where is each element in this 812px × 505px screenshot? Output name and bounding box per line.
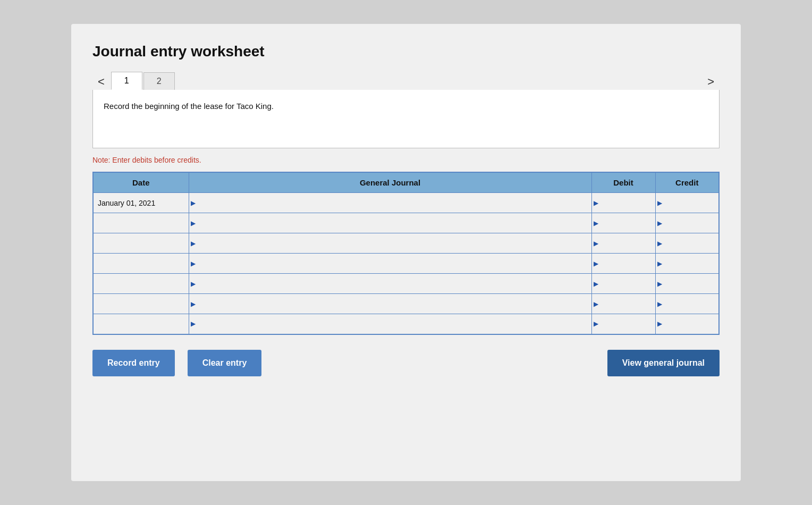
date-cell-1	[93, 213, 189, 233]
main-card: Journal entry worksheet < 1 2 > Record t…	[71, 24, 741, 481]
credit-arrow-icon-4: ▶	[657, 280, 662, 288]
journal-arrow-icon-5: ▶	[191, 300, 196, 308]
tab-nav-row: < 1 2 >	[92, 72, 720, 90]
debit-cell-0[interactable]: ▶	[591, 193, 655, 213]
journal-input-3[interactable]	[189, 254, 591, 273]
credit-arrow-icon-5: ▶	[657, 300, 662, 308]
journal-table: Date General Journal Debit Credit Januar…	[92, 172, 720, 335]
journal-cell-0[interactable]: ▶	[189, 193, 591, 213]
journal-input-0[interactable]	[189, 193, 591, 213]
header-debit: Debit	[591, 172, 655, 193]
credit-arrow-icon-3: ▶	[657, 260, 662, 267]
credit-input-3[interactable]	[656, 254, 719, 273]
journal-input-5[interactable]	[189, 294, 591, 314]
debit-arrow-icon-6: ▶	[594, 320, 598, 327]
debit-input-6[interactable]	[592, 314, 655, 334]
table-row: ▶▶▶	[93, 314, 719, 334]
credit-input-4[interactable]	[656, 274, 719, 293]
credit-input-0[interactable]	[656, 193, 719, 213]
journal-input-1[interactable]	[189, 213, 591, 233]
buttons-row: Record entry Clear entry View general jo…	[92, 350, 720, 376]
debit-arrow-icon-5: ▶	[594, 300, 598, 308]
date-cell-0: January 01, 2021	[93, 193, 189, 213]
credit-input-2[interactable]	[656, 233, 719, 253]
debit-cell-3[interactable]: ▶	[591, 254, 655, 274]
journal-arrow-icon-3: ▶	[191, 260, 196, 267]
credit-cell-6[interactable]: ▶	[655, 314, 719, 334]
credit-cell-2[interactable]: ▶	[655, 233, 719, 254]
credit-input-5[interactable]	[656, 294, 719, 314]
debit-arrow-icon-4: ▶	[594, 280, 598, 288]
header-date: Date	[93, 172, 189, 193]
journal-arrow-icon-2: ▶	[191, 240, 196, 247]
journal-input-2[interactable]	[189, 233, 591, 253]
credit-arrow-icon-6: ▶	[657, 320, 662, 327]
view-general-journal-button[interactable]: View general journal	[607, 350, 720, 376]
credit-cell-4[interactable]: ▶	[655, 274, 719, 294]
table-row: ▶▶▶	[93, 213, 719, 233]
debit-input-0[interactable]	[592, 193, 655, 213]
table-row: ▶▶▶	[93, 254, 719, 274]
journal-arrow-icon-6: ▶	[191, 320, 196, 327]
table-row: ▶▶▶	[93, 294, 719, 314]
page-title: Journal entry worksheet	[92, 43, 720, 60]
table-row: ▶▶▶	[93, 233, 719, 254]
credit-arrow-icon-1: ▶	[657, 220, 662, 227]
date-cell-5	[93, 294, 189, 314]
debit-input-3[interactable]	[592, 254, 655, 273]
debit-cell-6[interactable]: ▶	[591, 314, 655, 334]
table-row: January 01, 2021▶▶▶	[93, 193, 719, 213]
journal-arrow-icon-0: ▶	[191, 199, 196, 207]
header-credit: Credit	[655, 172, 719, 193]
credit-arrow-icon-0: ▶	[657, 199, 662, 207]
date-cell-3	[93, 254, 189, 274]
table-row: ▶▶▶	[93, 274, 719, 294]
credit-input-6[interactable]	[656, 314, 719, 334]
debit-input-2[interactable]	[592, 233, 655, 253]
debit-cell-4[interactable]: ▶	[591, 274, 655, 294]
next-arrow[interactable]: >	[702, 74, 720, 90]
debit-input-1[interactable]	[592, 213, 655, 233]
date-cell-4	[93, 274, 189, 294]
credit-cell-1[interactable]: ▶	[655, 213, 719, 233]
journal-input-4[interactable]	[189, 274, 591, 293]
journal-cell-5[interactable]: ▶	[189, 294, 591, 314]
journal-cell-2[interactable]: ▶	[189, 233, 591, 254]
instruction-text: Record the beginning of the lease for Ta…	[104, 102, 274, 111]
credit-cell-5[interactable]: ▶	[655, 294, 719, 314]
tab-2[interactable]: 2	[143, 72, 175, 90]
note-text: Note: Enter debits before credits.	[92, 156, 720, 164]
debit-arrow-icon-2: ▶	[594, 240, 598, 247]
debit-arrow-icon-1: ▶	[594, 220, 598, 227]
debit-input-4[interactable]	[592, 274, 655, 293]
debit-cell-5[interactable]: ▶	[591, 294, 655, 314]
tab-1[interactable]: 1	[111, 72, 142, 90]
debit-input-5[interactable]	[592, 294, 655, 314]
date-cell-2	[93, 233, 189, 254]
journal-cell-4[interactable]: ▶	[189, 274, 591, 294]
clear-entry-button[interactable]: Clear entry	[188, 350, 262, 376]
journal-arrow-icon-4: ▶	[191, 280, 196, 288]
debit-cell-2[interactable]: ▶	[591, 233, 655, 254]
journal-arrow-icon-1: ▶	[191, 220, 196, 227]
journal-input-6[interactable]	[189, 314, 591, 334]
journal-cell-1[interactable]: ▶	[189, 213, 591, 233]
credit-arrow-icon-2: ▶	[657, 240, 662, 247]
record-entry-button[interactable]: Record entry	[92, 350, 175, 376]
debit-arrow-icon-3: ▶	[594, 260, 598, 267]
prev-arrow[interactable]: <	[92, 74, 110, 90]
credit-cell-3[interactable]: ▶	[655, 254, 719, 274]
debit-arrow-icon-0: ▶	[594, 199, 598, 207]
date-cell-6	[93, 314, 189, 334]
journal-cell-6[interactable]: ▶	[189, 314, 591, 334]
journal-cell-3[interactable]: ▶	[189, 254, 591, 274]
credit-input-1[interactable]	[656, 213, 719, 233]
instruction-box: Record the beginning of the lease for Ta…	[92, 90, 720, 148]
debit-cell-1[interactable]: ▶	[591, 213, 655, 233]
header-journal: General Journal	[189, 172, 591, 193]
credit-cell-0[interactable]: ▶	[655, 193, 719, 213]
